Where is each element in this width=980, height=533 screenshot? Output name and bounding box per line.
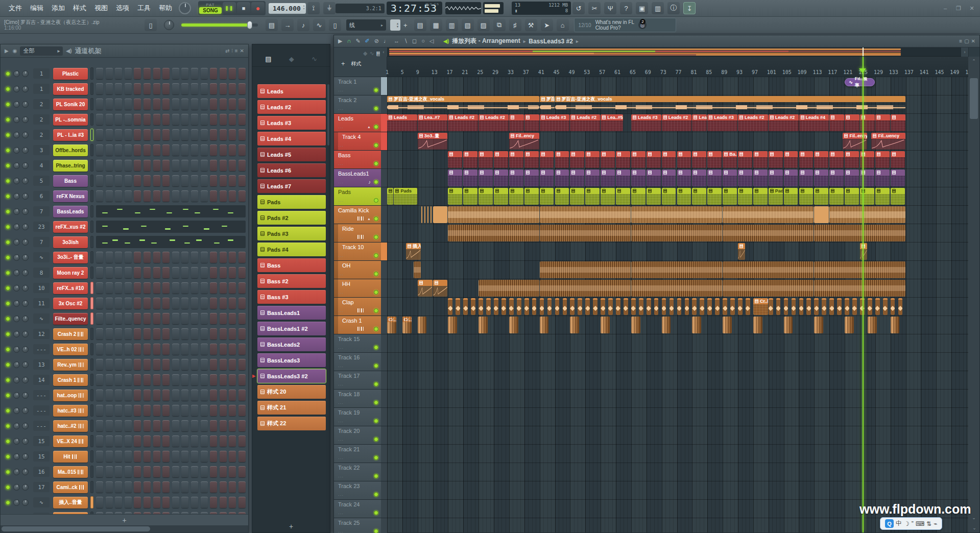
step-button[interactable] (181, 435, 188, 447)
pat-clip[interactable] (814, 188, 828, 205)
clip-header[interactable]: 罗百吉-亚洲之夜_vocals (555, 96, 905, 102)
playlist-pattern-crumb[interactable]: BassLeads3 #2 (529, 38, 573, 45)
step-button[interactable] (191, 451, 198, 462)
step-button[interactable] (96, 114, 103, 125)
volume-knob[interactable] (22, 178, 29, 184)
step-button[interactable] (162, 481, 170, 493)
clip-header[interactable] (463, 151, 477, 157)
step-button[interactable] (201, 374, 208, 385)
step-button[interactable] (134, 481, 141, 493)
spike-clip[interactable] (700, 298, 704, 315)
master-pitch-slider[interactable] (181, 23, 258, 27)
crash-clip[interactable] (845, 317, 854, 333)
ime-moon-icon[interactable]: ☽ (904, 520, 910, 527)
step-button[interactable] (229, 481, 236, 493)
channel-row[interactable]: 73o3ish (1, 235, 248, 249)
step-button[interactable] (134, 144, 141, 156)
track-header-clap[interactable]: Clap··· (334, 298, 381, 316)
step-button[interactable] (229, 298, 236, 309)
step-button[interactable] (181, 390, 188, 401)
track-mute-led[interactable] (374, 419, 378, 423)
channel-target-box[interactable]: ∿ (33, 313, 50, 324)
step-button[interactable] (115, 390, 122, 401)
step-button[interactable] (210, 497, 217, 508)
step-button[interactable] (210, 328, 217, 340)
track-color-strip[interactable] (381, 518, 387, 533)
spike-clip[interactable] (517, 298, 521, 315)
pat-clip[interactable] (753, 151, 768, 168)
auto-clip[interactable]: Fil..uency (871, 133, 905, 150)
channel-target-box[interactable]: --- (33, 390, 50, 400)
clip-header[interactable]: Pads #4 (769, 188, 783, 194)
step-button[interactable] (134, 497, 141, 508)
step-button[interactable] (125, 190, 132, 202)
bar-beat-display[interactable]: 3.2:1 (336, 4, 385, 13)
step-button[interactable] (210, 313, 217, 324)
step-button[interactable] (115, 129, 122, 140)
spike-clip[interactable] (524, 298, 529, 315)
step-button[interactable] (229, 190, 236, 202)
clip-header[interactable] (494, 151, 508, 157)
track-header-ride[interactable]: Ride··· (334, 224, 381, 243)
clip-header[interactable] (860, 169, 874, 176)
pattern-item[interactable]: Leads #4 (257, 132, 326, 146)
menu-item-样式[interactable]: 样式 (69, 2, 90, 15)
pan-knob[interactable] (13, 239, 20, 246)
pan-knob[interactable] (13, 162, 20, 169)
pat-clip[interactable] (662, 151, 676, 168)
spike-clip[interactable] (769, 298, 773, 315)
block-clip[interactable] (433, 206, 448, 223)
track-options[interactable]: ··· (338, 493, 344, 498)
step-button[interactable] (229, 405, 236, 416)
step-button[interactable] (181, 374, 188, 385)
crash-clip[interactable] (784, 317, 793, 333)
channel-row[interactable]: ---hat..oop (1, 389, 248, 402)
pattern-item[interactable]: Leads #7 (257, 179, 326, 193)
rack-menu-icon[interactable]: ≡ (235, 48, 238, 54)
step-button[interactable] (106, 359, 113, 370)
pattern-item[interactable]: Leads (257, 84, 326, 98)
clip-header[interactable] (570, 151, 584, 157)
step-button[interactable] (96, 129, 103, 140)
step-button[interactable] (134, 451, 141, 462)
step-button[interactable] (210, 374, 217, 385)
channel-select-strip[interactable] (90, 83, 93, 95)
step-button[interactable] (220, 344, 227, 355)
track-header-track-4[interactable]: Track 4··· (334, 132, 381, 151)
pat-clip[interactable] (860, 151, 874, 168)
channel-button[interactable]: VE..X 24 (53, 435, 88, 447)
pat-clip[interactable] (891, 169, 905, 186)
trash-icon[interactable]: ▯ (145, 19, 157, 31)
track-header-track-16[interactable]: Track 16··· (334, 353, 381, 371)
step-button[interactable] (201, 267, 208, 278)
pat-clip[interactable] (387, 188, 393, 205)
step-button[interactable] (229, 175, 236, 186)
rack-graph-icon[interactable]: ⫶ (231, 48, 233, 54)
scroll-thumb[interactable] (970, 78, 978, 119)
step-button[interactable] (181, 359, 188, 370)
pattern-item[interactable]: BassLeads2 (257, 337, 326, 351)
pan-knob[interactable] (13, 270, 20, 276)
volume-knob[interactable] (22, 316, 29, 322)
step-button[interactable] (144, 435, 151, 447)
step-button[interactable] (134, 313, 141, 324)
pan-knob[interactable] (13, 438, 20, 445)
timeline-ruler[interactable]: 1591317212529333741454953576165697377818… (387, 57, 969, 77)
channel-row[interactable]: 10reFX..s #10 (1, 281, 248, 295)
step-button[interactable] (153, 83, 160, 94)
step-button[interactable] (201, 390, 208, 401)
channel-row[interactable]: ∿Filte..quency (1, 312, 248, 325)
spike-clip[interactable] (806, 298, 811, 315)
step-button[interactable] (229, 466, 236, 477)
spike-clip[interactable] (647, 298, 651, 315)
step-button[interactable] (172, 313, 179, 324)
pat-clip[interactable] (570, 188, 584, 205)
track-header-track-18[interactable]: Track 18··· (334, 390, 381, 408)
kick2-clip[interactable] (631, 280, 722, 297)
spike-clip[interactable] (829, 298, 834, 315)
crash-clip[interactable] (723, 317, 732, 333)
pat-clip[interactable]: Leads #2 (479, 114, 509, 131)
pl-detach-icon[interactable]: ≡ (959, 38, 962, 44)
step-button[interactable] (153, 129, 160, 140)
add-pattern-picker-button[interactable]: + (252, 522, 330, 530)
